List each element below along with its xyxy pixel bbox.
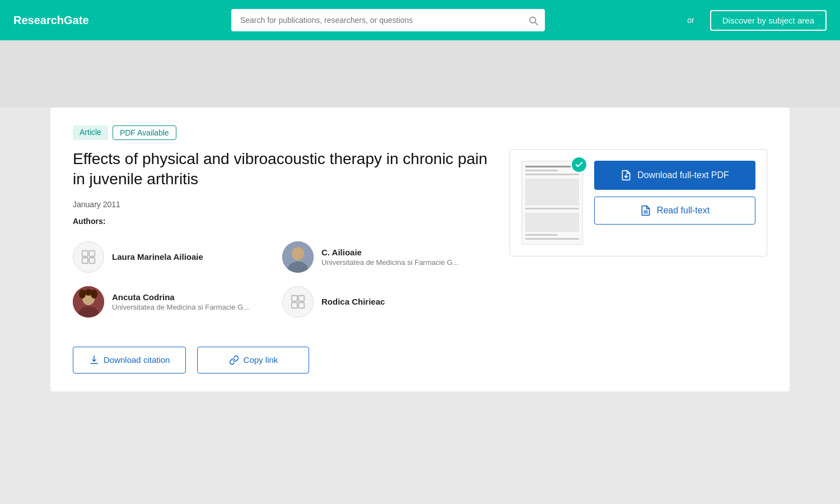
svg-rect-2: [82, 251, 88, 256]
svg-rect-4: [82, 258, 88, 263]
copy-link-button[interactable]: Copy link: [197, 347, 309, 374]
author-item[interactable]: Rodica Chirieac: [282, 279, 492, 324]
svg-rect-15: [292, 296, 297, 301]
check-badge: [571, 156, 587, 173]
banner-area: [0, 40, 840, 108]
authors-grid: Laura Marinela Ailioaie: [73, 235, 492, 324]
download-fulltext-pdf-button[interactable]: Download full-text PDF: [594, 161, 755, 190]
svg-line-1: [535, 23, 538, 26]
author-item[interactable]: Laura Marinela Ailioaie: [73, 235, 282, 279]
svg-point-12: [79, 290, 86, 298]
search-container: [231, 9, 545, 31]
svg-point-14: [91, 290, 97, 298]
pdf-thumbnail: [521, 161, 583, 245]
author-name: Ancuta Codrina: [112, 292, 249, 302]
author-affiliation: Universitatea de Medicina si Farmacie G.…: [112, 303, 249, 311]
download-fulltext-label: Download full-text PDF: [637, 170, 729, 180]
svg-rect-17: [292, 302, 297, 308]
pdf-card: Download full-text PDF Read full-text: [510, 149, 767, 256]
pdf-available-badge: PDF Available: [113, 125, 176, 140]
search-input[interactable]: [231, 9, 545, 31]
article-info: Effects of physical and vibroacoustic th…: [73, 149, 492, 374]
svg-point-0: [530, 17, 536, 24]
pdf-preview: [521, 161, 583, 245]
article-badge: Article: [73, 125, 108, 140]
badges-row: Article PDF Available: [73, 125, 767, 140]
card-wrapper: Article PDF Available Effects of physica…: [39, 108, 801, 414]
avatar: [282, 286, 314, 318]
logo: ResearchGate: [13, 14, 89, 27]
or-text: or: [687, 16, 694, 25]
author-info: C. Ailioaie Universitatea de Medicina si…: [321, 248, 459, 267]
read-fulltext-label: Read full-text: [657, 206, 710, 216]
author-item[interactable]: C. Ailioaie Universitatea de Medicina si…: [282, 235, 492, 279]
author-info: Laura Marinela Ailioaie: [112, 252, 203, 262]
author-info: Ancuta Codrina Universitatea de Medicina…: [112, 292, 249, 311]
svg-rect-16: [298, 296, 304, 301]
author-affiliation: Universitatea de Medicina si Farmacie G.…: [321, 258, 459, 267]
svg-rect-18: [298, 302, 304, 308]
download-citation-button[interactable]: Download citation: [73, 347, 186, 374]
svg-point-7: [292, 247, 304, 260]
header: ResearchGate or Discover by subject area: [0, 0, 840, 40]
avatar: [282, 241, 314, 273]
avatar: [73, 241, 104, 273]
svg-rect-3: [89, 251, 95, 256]
article-card: Article PDF Available Effects of physica…: [50, 108, 790, 391]
author-info: Rodica Chirieac: [321, 297, 385, 306]
article-date: January 2011: [73, 200, 492, 209]
author-name: C. Ailioaie: [321, 248, 459, 257]
copy-link-label: Copy link: [244, 355, 278, 365]
author-name: Rodica Chirieac: [321, 297, 385, 306]
content-row: Effects of physical and vibroacoustic th…: [73, 149, 767, 374]
avatar: [73, 286, 104, 318]
search-icon: [528, 15, 538, 26]
bottom-actions: Download citation Copy link: [73, 342, 492, 374]
svg-rect-5: [89, 258, 95, 263]
pdf-actions: Download full-text PDF Read full-text: [594, 161, 755, 225]
author-name: Laura Marinela Ailioaie: [112, 252, 203, 262]
author-item[interactable]: Ancuta Codrina Universitatea de Medicina…: [73, 279, 282, 324]
discover-by-subject-button[interactable]: Discover by subject area: [710, 10, 827, 31]
article-title: Effects of physical and vibroacoustic th…: [73, 149, 492, 190]
download-citation-label: Download citation: [104, 355, 170, 365]
pdf-panel: Download full-text PDF Read full-text: [510, 149, 767, 256]
read-fulltext-button[interactable]: Read full-text: [594, 197, 755, 225]
authors-label: Authors:: [73, 217, 492, 226]
